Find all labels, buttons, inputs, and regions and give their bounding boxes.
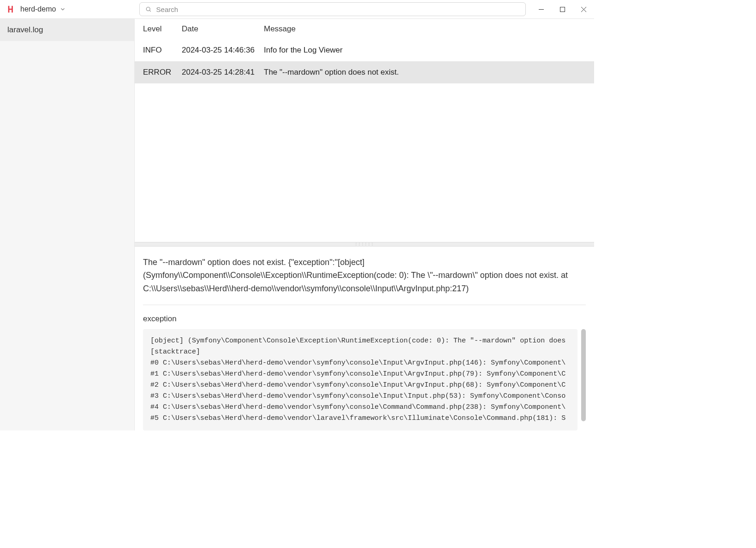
search-icon (145, 6, 152, 12)
close-button[interactable] (573, 0, 594, 18)
splitter-handle[interactable]: : : : : : : (135, 242, 594, 247)
cell-date: 2024-03-25 14:28:41 (182, 68, 264, 77)
header-date: Date (182, 24, 264, 34)
cell-level: INFO (143, 46, 182, 55)
project-selector[interactable]: herd-demo (20, 5, 66, 13)
stacktrace-content: [object] (Symfony\Component\Console\Exce… (143, 329, 577, 430)
maximize-button[interactable] (552, 0, 573, 18)
header-message: Message (264, 24, 586, 34)
sidebar-item-logfile[interactable]: laravel.log (0, 19, 134, 41)
grip-icon: : : : : : : (356, 242, 374, 246)
detail-panel: The "--mardown" option does not exist. {… (135, 247, 594, 430)
svg-rect-3 (560, 7, 565, 12)
search-box[interactable] (139, 2, 526, 16)
project-name: herd-demo (20, 5, 56, 13)
log-spacer (135, 83, 594, 242)
cell-message: Info for the Log Viewer (264, 46, 586, 55)
titlebar: herd-demo (0, 0, 594, 19)
search-input[interactable] (156, 6, 520, 13)
table-header: Level Date Message (135, 19, 594, 39)
herd-logo-icon (7, 5, 16, 13)
cell-message: The "--mardown" option does not exist. (264, 68, 586, 77)
svg-line-1 (149, 11, 150, 12)
detail-section-label: exception (143, 314, 586, 324)
sidebar-item-label: laravel.log (7, 25, 43, 34)
table-row[interactable]: INFO 2024-03-25 14:46:36 Info for the Lo… (135, 39, 594, 61)
svg-point-0 (146, 7, 150, 11)
detail-message: The "--mardown" option does not exist. {… (143, 256, 586, 305)
cell-date: 2024-03-25 14:46:36 (182, 46, 264, 55)
chevron-down-icon (60, 6, 66, 12)
scrollbar-thumb[interactable] (581, 329, 586, 421)
minimize-button[interactable] (530, 0, 552, 18)
table-row[interactable]: ERROR 2024-03-25 14:28:41 The "--mardown… (135, 61, 594, 83)
cell-level: ERROR (143, 68, 182, 77)
log-table: Level Date Message INFO 2024-03-25 14:46… (135, 19, 594, 83)
sidebar: laravel.log (0, 19, 135, 430)
header-level: Level (143, 24, 182, 34)
